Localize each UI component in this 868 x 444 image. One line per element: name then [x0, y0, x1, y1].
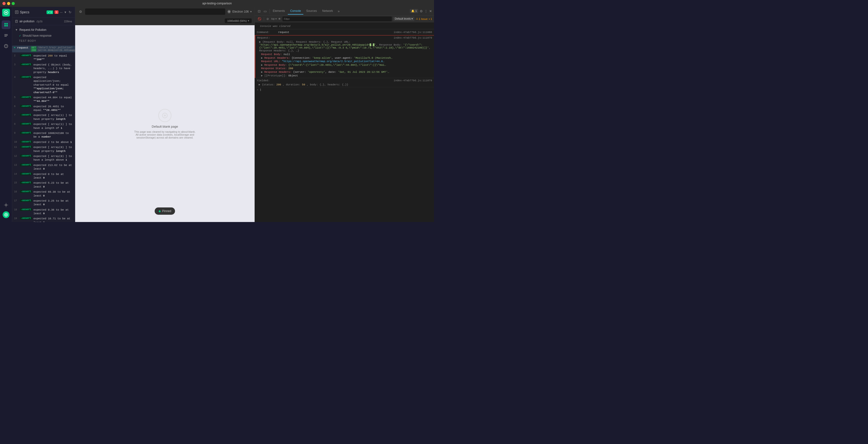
svg-rect-8 [4, 36, 7, 37]
minimize-button[interactable] [7, 2, 10, 5]
command-row: Command: request index-47ab779d.js:11108… [255, 30, 434, 34]
cmd-row-18[interactable]: 18 -assert expected 9.36 to be at least … [12, 207, 75, 216]
preview-toolbar: ⚙ Electron 106 ▾ [75, 7, 255, 17]
device-icon[interactable]: ▭ [262, 9, 268, 13]
command-link[interactable]: index-47ab779d.js:111086 [394, 31, 432, 34]
inspect-icon[interactable]: ⊡ [257, 9, 261, 13]
response-status-row: Response Status: 200 [255, 67, 434, 70]
test-runner: air-pollution.cy.ts 228ms ▼ Request Air … [12, 18, 75, 222]
cmd-row-3[interactable]: 3 -assert expected { Object (body, heade… [12, 62, 75, 75]
command-value: request [278, 31, 289, 34]
devtools-settings-icon[interactable]: ⚙ [420, 9, 423, 13]
test-suite: ▼ Request Air Pollution ✓ Should have re… [12, 25, 75, 45]
settings-nav-icon[interactable] [2, 201, 10, 209]
devtools-panel: ⊡ ▭ Elements Console Sources Network » 🔔… [255, 7, 434, 222]
tab-console[interactable]: Console [288, 8, 303, 14]
specs-nav-icon[interactable] [2, 20, 10, 29]
electron-version: Electron 106 ▾ [227, 10, 252, 13]
preview-viewport-bar: 1000x660 (56%) ▾ [75, 17, 255, 25]
request-url-row: Request URL: "https://api.openweathermap… [255, 60, 434, 63]
svg-rect-2 [4, 23, 6, 25]
clear-console-icon[interactable]: 🚫 [257, 17, 262, 21]
specs-header: Specs ✓ 1 1 — ▾ ↻ [12, 7, 75, 18]
chevron-down-icon[interactable]: ▾ [64, 10, 67, 14]
suite-name: ▼ Request Air Pollution [15, 27, 72, 33]
specs-controls: ✓ 1 1 — ▾ ↻ [46, 10, 72, 14]
console-filter-input[interactable] [282, 17, 392, 21]
prototype-row: ▶ [[Prototype]]: Object [255, 74, 434, 78]
specs-panel: Specs ✓ 1 1 — ▾ ↻ [12, 7, 75, 222]
chevron-down-icon[interactable]: ▾ [250, 10, 252, 13]
request-link[interactable]: index-47ab779d.js:111079 [394, 36, 432, 39]
cypress-logo [2, 9, 10, 17]
specs-title: Specs [15, 10, 29, 14]
console-content: Console was cleared Command: request ind… [255, 22, 434, 222]
close-button[interactable] [2, 2, 6, 5]
cmd-row-11[interactable]: 11 -assert expected [ Array(8) ] to have… [12, 145, 75, 154]
cmd-row-17[interactable]: 17 -assert expected 3.25 to be at least … [12, 199, 75, 207]
pinned-badge: ◆ Pinned [155, 207, 175, 215]
blank-page-subtitle: This page was cleared by navigating to a… [128, 130, 201, 139]
cy-watermark [158, 108, 172, 123]
window-title: api-testing-comparison [202, 2, 231, 5]
titlebar: api-testing-comparison [0, 0, 434, 7]
cmd-row-2[interactable]: 2 -assert expected 200 to equal **200** [12, 53, 75, 62]
pin-icon: ◆ [14, 46, 15, 49]
notification-badge: 🔔 1 [410, 9, 418, 13]
tab-sources[interactable]: Sources [304, 8, 319, 14]
console-request-entry: Request: index-47ab779d.js:111079 ▶ {Req… [255, 35, 434, 78]
console-errors-icon[interactable]: ⊘ [266, 17, 270, 21]
devtools-right-controls: 🔔 1 ⚙ ⋮ ✕ [410, 9, 432, 13]
preview-url-bar[interactable] [85, 8, 225, 15]
yielded-label: Yielded: [257, 79, 276, 82]
svg-rect-15 [15, 11, 18, 13]
yielded-value-row: ▶ {status: 200 , duration: 50 , body: {…… [255, 83, 434, 87]
console-command-entry: Command: request index-47ab779d.js:11108… [255, 29, 434, 35]
pin-icon: ◆ [159, 209, 161, 213]
cmd-row-12[interactable]: 12 -assert expected [ Array(8) ] to have… [12, 154, 75, 163]
response-headers-row: ▶ Response Headers: {server: 'openresty'… [255, 70, 434, 74]
devtools-more-icon[interactable]: ⋮ [424, 9, 428, 13]
cmd-row-15[interactable]: 15 -assert expected 5.23 to be at least … [12, 180, 75, 189]
request-label: Request: [257, 36, 277, 39]
cmd-row-4[interactable]: 4 -assert expected application/json; cha… [12, 75, 75, 95]
cmd-row-14[interactable]: 14 -assert expected 0 to be at least 0 [12, 172, 75, 181]
pending-badge: — [60, 11, 63, 13]
default-levels-dropdown[interactable]: Default levels ▾ [393, 17, 414, 21]
svg-rect-6 [4, 34, 8, 35]
blank-page-title: Default blank page [152, 125, 178, 128]
eye-icon[interactable]: 👁 [278, 17, 281, 21]
cmd-row-request[interactable]: ◆ request GET 200 /data/2.5/air_pollutio… [12, 46, 75, 52]
refresh-icon[interactable]: ↻ [68, 10, 72, 14]
cmd-row-13[interactable]: 13 -assert expected 213.62 to be at leas… [12, 163, 75, 172]
top-context[interactable]: top ▾ [271, 18, 277, 20]
cmd-row-5[interactable]: 5 -assert expected 44.804 to equal **44.… [12, 95, 75, 104]
request-header-row: Request: index-47ab779d.js:111079 [255, 36, 434, 40]
tab-elements[interactable]: Elements [270, 8, 287, 14]
cmd-row-19[interactable]: 19 -assert expected 10.71 to be at least… [12, 216, 75, 222]
cy-icon-bar [0, 7, 12, 222]
console-toolbar: 🚫 ⊘ top ▾ 👁 Default levels ▾ ⚠ 1 Issue: … [255, 16, 434, 22]
test-item: ✓ Should have response [15, 33, 72, 38]
runs-nav-icon[interactable] [2, 31, 10, 40]
svg-rect-4 [4, 25, 6, 26]
console-cleared-entry: Console was cleared [255, 24, 434, 29]
more-tabs-icon[interactable]: » [336, 9, 342, 13]
yielded-link[interactable]: index-47ab779d.js:111079 [394, 79, 432, 82]
cmd-row-8[interactable]: 8 -assert expected [ Array(1) ] to have … [12, 122, 75, 131]
cmd-row-16[interactable]: 16 -assert expected 69.38 to be at least… [12, 189, 75, 199]
cmd-row-7[interactable]: 7 -assert expected [ Array(1) ] to have … [12, 113, 75, 122]
cmd-row-6[interactable]: 6 -assert expected 20.4651 to equal **20… [12, 104, 75, 113]
settings-preview-icon[interactable]: ⚙ [78, 9, 83, 14]
request-body-collapsed: ▶ {Request Body: null, Request Headers: … [255, 40, 434, 53]
tab-network[interactable]: Network [320, 8, 335, 14]
svg-rect-3 [6, 23, 8, 25]
cmd-row-9[interactable]: 9 -assert expected 1688242100 to be a nu… [12, 131, 75, 140]
chevron-down-icon[interactable]: ▾ [248, 19, 249, 22]
cmd-row-10[interactable]: 10 -assert expected 2 to be above 1 [12, 140, 75, 145]
svg-point-14 [5, 214, 6, 215]
maximize-button[interactable] [12, 2, 15, 5]
response-body-row: ▶ Response Body: {\"coord\":{\"lon\":20.… [255, 63, 434, 67]
devtools-close-icon[interactable]: ✕ [429, 9, 432, 13]
debug-nav-icon[interactable] [2, 42, 10, 51]
